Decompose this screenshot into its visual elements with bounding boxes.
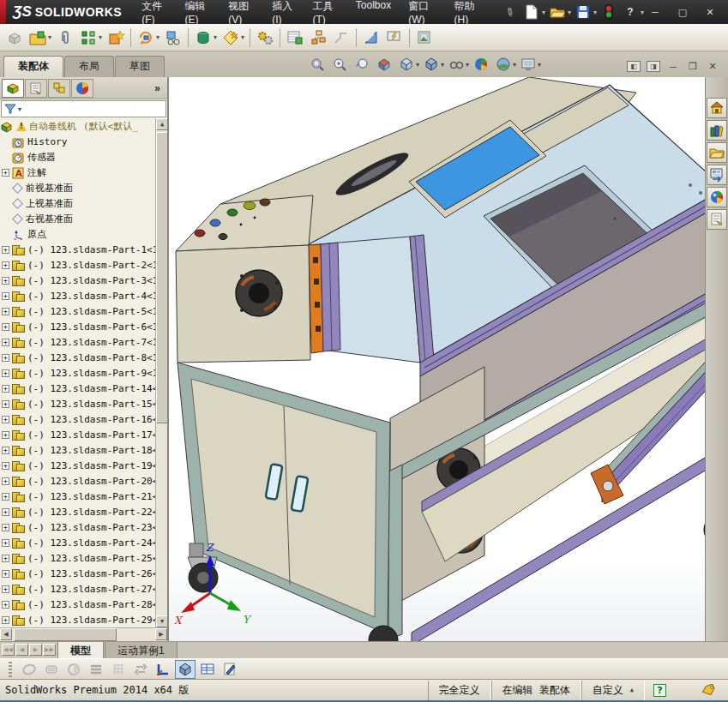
tree-part-row[interactable]: + (-) 123.sldasm-Part-9<1 [0,365,155,381]
expander-icon[interactable]: + [2,246,9,254]
tree-part-row[interactable]: + (-) 123.sldasm-Part-29< [0,612,155,627]
status-light-icon[interactable] [599,3,618,21]
shaded-with-edges-icon[interactable] [175,660,196,679]
exploded-view-icon[interactable] [307,27,329,49]
grid-table-icon[interactable] [197,660,218,679]
tree-filter[interactable]: ▾ [1,100,166,117]
previous-tab-icon[interactable]: ◀ [15,644,28,656]
tree-item-top-plane[interactable]: 上视基准面 [0,195,155,211]
apply-scene-icon[interactable] [493,55,514,74]
tree-part-row[interactable]: + (-) 123.sldasm-Part-19< [0,458,155,473]
tree-part-row[interactable]: + (-) 123.sldasm-Part-6<1 [0,319,155,334]
rotate-component-dropdown-icon[interactable]: ▾ [156,33,159,41]
tree-part-row[interactable]: + (-) 123.sldasm-Part-20< [0,473,155,489]
mate-icon[interactable] [54,27,76,49]
appearance-tool-icon[interactable] [63,660,84,679]
previous-view-icon[interactable] [352,55,372,74]
tree-part-row[interactable]: + (-) 123.sldasm-Part-8<1 [0,350,155,365]
expander-icon[interactable]: + [2,385,9,393]
show-hidden-components-icon[interactable] [162,27,184,49]
last-tab-icon[interactable]: ▶▶ [43,644,56,656]
insert-components-dropdown-icon[interactable]: ▾ [48,33,51,41]
tree-part-row[interactable]: + (-) 123.sldasm-Part-27< [0,581,155,597]
sketch-edit-icon[interactable] [220,660,240,679]
edit-component-icon[interactable] [3,27,26,49]
tree-part-row[interactable]: + (-) 123.sldasm-Part-2<1 [0,257,155,273]
expander-icon[interactable]: + [2,585,9,593]
propertymanager-tab-icon[interactable] [25,79,47,98]
solidworks-resources-icon[interactable] [707,98,727,118]
tree-item-front-plane[interactable]: 前视基准面 [0,180,155,195]
open-document-icon[interactable] [548,3,567,21]
section-tool-icon[interactable] [19,660,39,679]
expander-icon[interactable]: + [2,369,9,377]
quick-tips-icon[interactable]: ? [653,684,666,697]
display-style-dropdown-icon[interactable]: ▾ [441,61,444,69]
expander-icon[interactable]: + [2,261,9,269]
tree-part-row[interactable]: + (-) 123.sldasm-Part-26< [0,566,155,581]
tree-item-right-plane[interactable]: 右视基准面 [0,211,155,226]
assembly-features-icon[interactable] [192,27,214,49]
scroll-up-icon[interactable]: ▲ [156,118,167,130]
open-document-dropdown-icon[interactable]: ▾ [568,9,571,16]
zoom-to-fit-icon[interactable] [307,55,328,74]
appearances-scenes-icon[interactable] [707,187,727,207]
expander-icon[interactable]: + [2,616,9,624]
expander-icon[interactable]: + [2,508,9,516]
hscroll-thumb[interactable] [14,628,117,641]
large-assembly-mode-icon[interactable] [383,27,406,49]
tree-item-sensors[interactable]: 传感器 [0,149,155,165]
take-snapshot-icon[interactable] [413,27,436,49]
custom-properties-icon[interactable] [707,209,727,230]
expander-icon[interactable]: + [2,601,9,609]
tags-icon[interactable] [701,684,716,696]
view-settings-dropdown-icon[interactable]: ▾ [538,61,541,69]
expander-icon[interactable]: + [2,308,9,315]
linear-pattern-dropdown-icon[interactable]: ▾ [99,33,102,41]
expander-icon[interactable]: + [2,431,9,439]
filter-dropdown-icon[interactable]: ▾ [18,105,21,113]
apply-scene-dropdown-icon[interactable]: ▾ [513,61,516,69]
first-tab-icon[interactable]: ◀◀ [2,644,15,656]
tab-assembly[interactable]: 装配体 [3,56,63,77]
rotate-component-icon[interactable] [135,27,157,49]
expander-icon[interactable]: + [2,416,9,423]
displaymanager-tab-icon[interactable] [71,79,93,98]
pane-right-icon[interactable]: ◨ [647,61,660,72]
save-icon[interactable] [574,3,593,21]
smart-fasteners-icon[interactable] [105,27,127,49]
new-document-icon[interactable] [522,3,541,21]
explode-line-sketch-icon[interactable] [330,27,352,49]
tree-part-row[interactable]: + (-) 123.sldasm-Part-4<1 [0,288,155,303]
hide-show-items-icon[interactable] [446,55,466,74]
tree-part-row[interactable]: + (-) 123.sldasm-Part-5<1 [0,303,155,319]
instant3d-icon[interactable] [360,27,382,49]
tab-layout[interactable]: 布局 [64,56,114,77]
tree-part-row[interactable]: + (-) 123.sldasm-Part-21< [0,489,155,504]
expander-icon[interactable]: + [2,462,9,470]
expander-icon[interactable]: + [2,277,9,285]
view-orientation-dropdown-icon[interactable]: ▾ [416,61,419,69]
scroll-left-icon[interactable]: ◀ [0,628,12,640]
expander-icon[interactable]: + [2,493,9,501]
section-view-icon[interactable] [374,55,394,74]
tree-part-row[interactable]: + (-) 123.sldasm-Part-3<1 [0,273,155,288]
doc-minimize-icon[interactable]: ─ [666,61,680,72]
display-style-icon[interactable] [421,55,442,74]
tree-part-row[interactable]: + (-) 123.sldasm-Part-28< [0,597,155,612]
doc-close-icon[interactable]: ✕ [706,61,719,72]
expander-icon[interactable]: + [2,339,9,346]
tree-part-row[interactable]: + (-) 123.sldasm-Part-7<1 [0,334,155,350]
expander-icon[interactable]: + [2,524,9,531]
expander-icon[interactable]: + [2,354,9,362]
new-motion-study-icon[interactable] [254,27,276,49]
tree-part-row[interactable]: + (-) 123.sldasm-Part-25< [0,550,155,566]
tree-root-row[interactable]: 自动卷线机 (默认<默认_ [0,118,155,134]
minimize-button[interactable]: ─ [644,4,666,20]
linear-component-pattern-icon[interactable] [77,27,99,49]
statusbar-units[interactable]: 自定义 ▲ [581,681,645,700]
reference-geometry-icon[interactable] [220,27,242,49]
maximize-button[interactable]: ▢ [671,4,694,20]
tree-part-row[interactable]: + (-) 123.sldasm-Part-14< [0,381,155,396]
hide-show-dropdown-icon[interactable]: ▾ [466,61,469,69]
